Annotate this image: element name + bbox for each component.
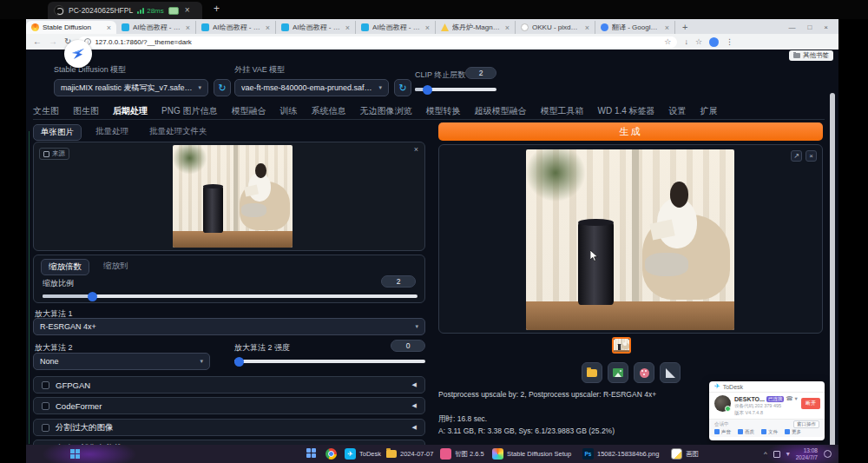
vae-dropdown[interactable]: vae-ft-mse-840000-ema-pruned.safetensors…: [234, 79, 389, 96]
new-tab-button[interactable]: +: [682, 22, 687, 32]
todesk-taskbar-item[interactable]: ✈ ToDesk: [342, 445, 384, 463]
close-tab-icon[interactable]: ×: [266, 23, 270, 32]
tab-train[interactable]: 训练: [279, 105, 297, 117]
clock[interactable]: 13:08 2024/7/7: [796, 447, 818, 460]
close-tab-icon[interactable]: ×: [186, 23, 190, 32]
resize-slider[interactable]: [43, 294, 418, 298]
slider-knob[interactable]: [234, 357, 244, 367]
refresh-sd-model-button[interactable]: ↻: [214, 79, 231, 96]
slider-knob[interactable]: [423, 85, 432, 95]
browser-tab[interactable]: AI绘画教程 - 哔哩哔哩 ×: [276, 21, 356, 34]
subtab-batch-folder[interactable]: 批量处理文件夹: [142, 124, 214, 141]
send-to-resize-button[interactable]: [660, 362, 681, 383]
open-folder-button[interactable]: [582, 362, 602, 383]
tab-model-toolkit[interactable]: 模型工具箱: [540, 105, 583, 117]
tab-checkpoint-merger[interactable]: 模型融合: [231, 105, 266, 117]
browser-tab[interactable]: AI绘画教程 - 哔哩哔哩 ×: [116, 21, 196, 34]
result-image[interactable]: [526, 149, 734, 330]
source-image-panel[interactable]: 来源 ×: [33, 142, 425, 251]
tab-png-info[interactable]: PNG 图片信息: [161, 105, 217, 117]
file-transfer-button[interactable]: 文件: [761, 429, 778, 435]
checkbox[interactable]: [42, 402, 49, 410]
tray-app-icon[interactable]: [773, 451, 780, 458]
back-icon[interactable]: ←: [33, 37, 42, 46]
close-tab-icon[interactable]: ×: [425, 23, 430, 32]
sd-model-dropdown[interactable]: majicMIX realistic 麦橘写实_v7.safetensors […: [54, 79, 208, 96]
upscaler1-dropdown[interactable]: R-ESRGAN 4x+ ▾: [33, 318, 425, 335]
task-view-button[interactable]: [304, 445, 320, 463]
more-settings-button[interactable]: 更多: [785, 429, 801, 435]
close-tab-icon[interactable]: ×: [505, 23, 510, 32]
maximize-icon[interactable]: □: [807, 23, 812, 31]
remote-session-tab[interactable]: PC-20240625HFPL 28ms ×: [48, 2, 202, 19]
close-window-icon[interactable]: ×: [824, 23, 828, 31]
checkbox[interactable]: [42, 424, 49, 432]
close-preview-icon[interactable]: ×: [806, 150, 817, 162]
chrome-taskbar-item[interactable]: [323, 445, 339, 463]
chevron-down-icon[interactable]: ▾: [795, 395, 798, 402]
download-icon[interactable]: ↓: [684, 38, 688, 46]
refresh-vae-button[interactable]: ↻: [394, 79, 411, 96]
save-image-button[interactable]: [608, 362, 628, 383]
tab-settings[interactable]: 设置: [669, 105, 687, 117]
paint-taskbar-item[interactable]: 画图: [668, 445, 701, 463]
tab-wd14-tagger[interactable]: WD 1.4 标签器: [597, 105, 654, 117]
accordion-codeformer[interactable]: CodeFormer ◀: [33, 397, 425, 414]
result-thumbnail[interactable]: [612, 337, 631, 354]
disconnect-button[interactable]: 断开: [801, 398, 820, 409]
upscaler2-strength-slider[interactable]: [234, 360, 425, 363]
browser-tab[interactable]: 翻译 - Google 翻译 ×: [595, 21, 675, 34]
tab-extras[interactable]: 后期处理: [113, 105, 148, 117]
browser-tab[interactable]: AI绘画教程 - 哔哩哔哩 ×: [196, 21, 276, 34]
phone-icon[interactable]: ☎: [786, 395, 792, 402]
page-scrollbar[interactable]: [830, 93, 835, 449]
minimize-icon[interactable]: —: [788, 23, 795, 31]
browser-tab[interactable]: 炼丹炉-Magna 下载 ×: [436, 21, 516, 34]
slider-knob[interactable]: [88, 292, 97, 301]
send-to-extras-button[interactable]: [634, 362, 654, 383]
extensions-icon[interactable]: ☆: [695, 38, 702, 46]
checkbox[interactable]: [42, 381, 49, 389]
photoshop-taskbar-item[interactable]: 15082-158384b6.png: [580, 445, 661, 463]
tab-scale-by[interactable]: 缩放倍数: [41, 259, 89, 275]
clip-skip-value[interactable]: 2: [465, 67, 496, 79]
address-bar[interactable]: i 127.0.0.1:7860/?__theme=dark ☆: [78, 36, 677, 48]
tab-txt2img[interactable]: 文生图: [33, 105, 59, 117]
volume-icon[interactable]: ▾: [786, 451, 790, 458]
accordion-split-oversized[interactable]: 分割过大的图像 ◀: [33, 419, 425, 436]
subtab-batch-process[interactable]: 批量处理: [89, 124, 135, 141]
accordion-gfpgan[interactable]: GFPGAN ◀: [33, 376, 425, 394]
start-button[interactable]: [68, 445, 83, 463]
bookmark-star-icon[interactable]: ☆: [664, 38, 671, 46]
tab-infinite-browser[interactable]: 无边图像浏览: [359, 105, 411, 117]
generate-button[interactable]: 生成: [438, 122, 823, 141]
upscaler2-dropdown[interactable]: None ▾: [33, 353, 210, 370]
notification-icon[interactable]: [824, 450, 832, 458]
browser-tab[interactable]: OKKU - pixdust Studio ×: [516, 21, 595, 34]
fullscreen-icon[interactable]: ↗: [791, 150, 802, 162]
clip-skip-slider[interactable]: [415, 88, 496, 91]
sd-setup-taskbar-item[interactable]: Stable Diffusion Setup: [490, 445, 574, 463]
url-text[interactable]: 127.0.0.1:7860/?__theme=dark: [95, 38, 661, 46]
new-session-button[interactable]: +: [214, 3, 220, 15]
tab-scale-to[interactable]: 缩放到: [96, 259, 135, 275]
close-tab-icon[interactable]: ×: [665, 23, 669, 32]
subtab-single-image[interactable]: 单张图片: [33, 124, 82, 141]
window-mode-button[interactable]: 窗口操作: [793, 420, 819, 428]
zhitu-taskbar-item[interactable]: 智图 2.6.5: [437, 445, 487, 463]
todesk-widget[interactable]: ✈ ToDesk DESKTO... 已连接 ☎ ▾ 设备代码 202 379 …: [709, 381, 825, 440]
tab-system-info[interactable]: 系统信息: [311, 105, 345, 117]
tray-chevron-up-icon[interactable]: ^: [764, 451, 767, 458]
quality-toggle[interactable]: 画质: [738, 429, 754, 435]
tab-supermerger[interactable]: 超级模型融合: [474, 105, 526, 117]
upscaler2-strength-value[interactable]: 0: [391, 340, 425, 352]
resize-value[interactable]: 2: [381, 275, 416, 288]
close-tab-icon[interactable]: ×: [345, 23, 350, 32]
screen-quality-icon[interactable]: [168, 7, 179, 15]
folder-taskbar-item[interactable]: 2024-07-07: [384, 445, 436, 463]
tab-extensions[interactable]: 扩展: [700, 105, 718, 117]
close-tab-icon[interactable]: ×: [585, 23, 589, 32]
close-tab-icon[interactable]: ×: [107, 23, 111, 32]
browser-tab-active[interactable]: Stable Diffusion ×: [26, 21, 116, 34]
forward-icon[interactable]: →: [49, 37, 57, 46]
